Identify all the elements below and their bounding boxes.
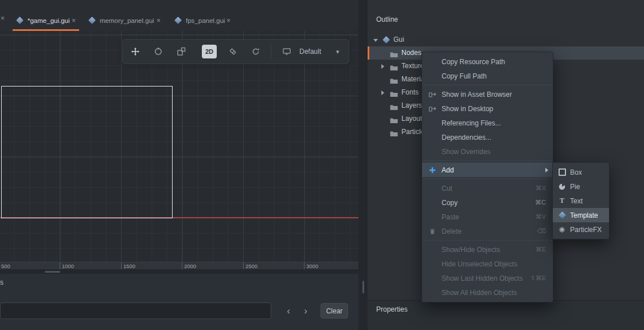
menu-separator bbox=[423, 160, 552, 161]
menu-item-copy-resource-path[interactable]: Copy Resource Path bbox=[422, 54, 553, 69]
display-profile-button[interactable] bbox=[279, 40, 295, 64]
menu-item-show-in-desktop[interactable]: Show in Desktop bbox=[422, 101, 553, 116]
toolbar-divider bbox=[271, 44, 271, 59]
move-icon bbox=[131, 47, 140, 56]
close-icon[interactable]: × bbox=[157, 10, 161, 31]
menu-item-show-in-asset-browser[interactable]: Show in Asset Browser bbox=[422, 87, 553, 101]
horizontal-ruler: 500 1000 1500 2000 2500 3000 bbox=[0, 262, 358, 270]
clear-button[interactable]: Clear bbox=[321, 303, 348, 319]
close-icon[interactable]: × bbox=[1, 14, 5, 22]
row-label: Gui bbox=[393, 33, 404, 46]
row-label: Fonts bbox=[401, 86, 419, 99]
menu-item-cut: Cut⌘X bbox=[422, 181, 553, 195]
console-panel: s ‹ › Clear bbox=[0, 274, 358, 330]
menu-item-paste: Paste⌘V bbox=[422, 210, 553, 224]
tab-strip: × *game_gui.gui × memory_panel.gui × fps… bbox=[0, 0, 358, 31]
rotate-icon bbox=[154, 47, 163, 56]
splitter-handle[interactable] bbox=[362, 281, 364, 293]
horizontal-splitter[interactable] bbox=[0, 269, 358, 274]
vertical-splitter[interactable] bbox=[358, 0, 368, 330]
close-icon[interactable]: × bbox=[227, 10, 231, 31]
folder-icon bbox=[390, 116, 398, 126]
display-profile-label[interactable]: Default bbox=[299, 40, 321, 64]
outline-title: Outline bbox=[376, 15, 398, 23]
monitor-icon bbox=[282, 47, 291, 56]
chevron-down-icon[interactable] bbox=[373, 39, 378, 42]
gui-file-icon bbox=[88, 17, 96, 24]
tab-fps-panel[interactable]: fps_panel.gui × bbox=[171, 10, 234, 31]
properties-panel bbox=[368, 301, 644, 330]
tab-label: memory_panel.gui bbox=[100, 10, 154, 31]
folder-icon bbox=[390, 89, 398, 100]
tab-game-gui[interactable]: *game_gui.gui × bbox=[13, 10, 79, 31]
show-in-icon bbox=[427, 101, 438, 116]
menu-item-hide-unselected-objects: Hide Unselected Objects bbox=[422, 257, 553, 271]
chevron-right-icon[interactable] bbox=[381, 64, 384, 69]
particlefx-icon bbox=[557, 222, 567, 237]
menu-item-show-hide-objects: Show/Hide Objects⌘E bbox=[422, 242, 553, 257]
menu-item-show-overrides: Show Overrides bbox=[422, 144, 553, 159]
rotate-ccw-icon bbox=[251, 47, 260, 56]
menu-item-copy[interactable]: Copy⌘C bbox=[422, 195, 553, 210]
menu-item-copy-full-path[interactable]: Copy Full Path bbox=[422, 69, 553, 83]
show-in-icon bbox=[427, 87, 438, 101]
chevron-right-icon[interactable] bbox=[381, 91, 384, 95]
menu-item-dependencies[interactable]: Dependencies... bbox=[422, 130, 553, 144]
gui-file-icon bbox=[16, 17, 24, 24]
reset-view-button[interactable] bbox=[248, 40, 264, 64]
menu-item-add[interactable]: Add bbox=[422, 163, 553, 177]
tab-memory-panel[interactable]: memory_panel.gui × bbox=[85, 10, 164, 31]
chevron-down-icon[interactable]: ▾ bbox=[336, 40, 339, 64]
editor-window: × *game_gui.gui × memory_panel.gui × fps… bbox=[0, 0, 644, 330]
menu-item-show-last-hidden-objects: Show Last Hidden Objects⇧⌘E bbox=[422, 271, 553, 285]
panel-tab-label-fragment: s bbox=[0, 278, 3, 286]
menu-item-show-all-hidden-objects: Show All Hidden Objects bbox=[422, 285, 553, 300]
folder-icon bbox=[390, 50, 398, 60]
submenu-item-text[interactable]: T Text bbox=[553, 194, 609, 208]
submenu-item-template[interactable]: Template bbox=[553, 208, 609, 222]
submenu-item-particlefx[interactable]: ParticleFX bbox=[553, 222, 609, 237]
eraser-icon bbox=[228, 47, 237, 56]
properties-title: Properties bbox=[376, 305, 408, 313]
gui-scene-bounds bbox=[1, 86, 173, 218]
prev-match-button[interactable]: ‹ bbox=[280, 302, 296, 319]
plus-icon bbox=[427, 163, 438, 177]
scale-icon bbox=[177, 47, 186, 56]
scale-tool-button[interactable] bbox=[173, 40, 189, 64]
splitter-handle[interactable] bbox=[45, 271, 60, 273]
folder-icon bbox=[390, 129, 398, 139]
submenu-item-pie[interactable]: Pie bbox=[553, 179, 609, 194]
submenu-item-box[interactable]: Box bbox=[553, 165, 609, 179]
template-icon bbox=[557, 208, 567, 222]
scene-toolbar: 2D Default ▾ bbox=[122, 39, 349, 64]
pie-icon bbox=[557, 179, 567, 194]
scene-viewport[interactable]: 2D Default ▾ 500 1000 1500 2000 2500 300… bbox=[0, 31, 358, 269]
eraser-tool-button[interactable] bbox=[225, 40, 241, 64]
next-match-button[interactable]: › bbox=[298, 302, 314, 319]
submenu-arrow-icon bbox=[545, 168, 548, 172]
add-submenu: Box Pie T Text Template ParticleFX bbox=[552, 162, 610, 239]
menu-separator bbox=[423, 240, 552, 241]
trash-icon bbox=[427, 224, 438, 238]
gui-icon bbox=[383, 36, 390, 44]
text-icon: T bbox=[557, 194, 567, 208]
menu-separator bbox=[423, 85, 552, 85]
row-label: Nodes bbox=[401, 46, 421, 60]
gui-file-icon bbox=[174, 17, 182, 24]
tab-label: fps_panel.gui bbox=[186, 10, 225, 31]
outline-row-gui[interactable]: Gui bbox=[368, 33, 644, 46]
rotate-tool-button[interactable] bbox=[150, 40, 166, 64]
move-tool-button[interactable] bbox=[127, 40, 143, 64]
context-menu: Copy Resource Path Copy Full Path Show i… bbox=[421, 52, 553, 302]
menu-item-delete: Delete⌫ bbox=[422, 224, 553, 238]
folder-icon bbox=[390, 103, 398, 113]
2d-mode-button[interactable]: 2D bbox=[202, 45, 217, 58]
selection-accent bbox=[368, 46, 369, 60]
row-label: Layers bbox=[401, 99, 422, 112]
search-input[interactable] bbox=[0, 302, 271, 319]
folder-icon bbox=[390, 76, 398, 87]
menu-separator bbox=[423, 179, 552, 179]
folder-icon bbox=[390, 63, 398, 73]
menu-item-referencing-files[interactable]: Referencing Files... bbox=[422, 116, 553, 130]
close-icon[interactable]: × bbox=[72, 10, 76, 31]
